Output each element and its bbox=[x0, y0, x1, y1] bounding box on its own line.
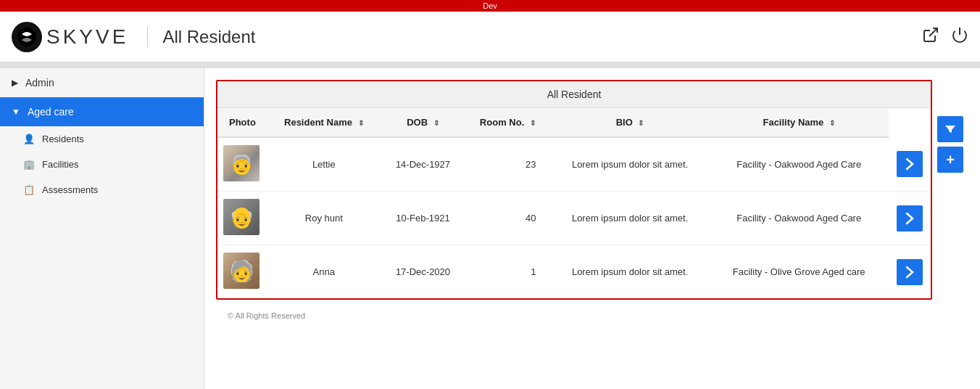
header-left: SKYVE All Resident bbox=[12, 22, 255, 52]
filter-button[interactable] bbox=[937, 116, 963, 142]
cell-photo bbox=[217, 137, 267, 192]
chevron-right-row-icon bbox=[905, 157, 914, 171]
resident-photo bbox=[223, 253, 259, 289]
cell-facility-name: Facility - Oakwood Aged Care bbox=[710, 192, 889, 245]
skyve-logo-svg bbox=[17, 27, 37, 47]
cell-resident-name: Anna bbox=[267, 245, 381, 299]
chevron-right-icon: ▶ bbox=[12, 78, 18, 88]
table-row: Anna 17-Dec-2020 1 Lorem ipsum dolor sit… bbox=[217, 245, 931, 299]
sidebar-item-aged-care[interactable]: ▼ Aged care bbox=[0, 97, 204, 126]
sidebar-item-admin-label: Admin bbox=[25, 77, 54, 89]
scrollbar-area[interactable] bbox=[0, 62, 980, 68]
table-row: Lettie 14-Dec-1927 23 Lorem ipsum dolor … bbox=[217, 137, 931, 192]
logo-text: SKYVE bbox=[46, 25, 128, 49]
logo-icon bbox=[12, 22, 42, 52]
clipboard-icon: 📋 bbox=[23, 184, 35, 195]
page-title: All Resident bbox=[147, 27, 255, 47]
resident-photo bbox=[223, 145, 259, 181]
cell-photo bbox=[217, 192, 267, 245]
cell-facility-name: Facility - Olive Grove Aged care bbox=[710, 245, 889, 299]
cell-bio: Lorem ipsum dolor sit amet. bbox=[550, 137, 709, 192]
sort-icon-resident-name: ⇕ bbox=[358, 119, 364, 127]
footer: © All Rights Reserved bbox=[216, 300, 968, 332]
col-facility-name[interactable]: Facility Name ⇕ bbox=[710, 108, 889, 137]
sidebar-item-admin[interactable]: ▶ Admin bbox=[0, 68, 204, 97]
cell-bio: Lorem ipsum dolor sit amet. bbox=[550, 192, 709, 245]
sort-icon-dob: ⇕ bbox=[433, 119, 439, 127]
cell-navigate[interactable] bbox=[889, 192, 931, 245]
main-layout: ▶ Admin ▼ Aged care 👤 Residents 🏢 Facili… bbox=[0, 68, 980, 389]
cell-room-no: 40 bbox=[465, 192, 550, 245]
person-icon: 👤 bbox=[23, 134, 35, 144]
content-area: All Resident Photo Resident Name ⇕ DOB bbox=[204, 68, 980, 389]
residents-table: Photo Resident Name ⇕ DOB ⇕ bbox=[217, 108, 931, 298]
table-wrapper: All Resident Photo Resident Name ⇕ DOB bbox=[216, 80, 968, 300]
plus-icon: + bbox=[946, 152, 955, 168]
col-dob[interactable]: DOB ⇕ bbox=[381, 108, 465, 137]
right-action-column: + bbox=[932, 80, 968, 179]
dev-bar: Dev bbox=[0, 0, 980, 12]
table-header-row: Photo Resident Name ⇕ DOB ⇕ bbox=[217, 108, 931, 137]
sidebar-item-assessments[interactable]: 📋 Assessments bbox=[0, 177, 204, 202]
sidebar-item-residents-label: Residents bbox=[42, 134, 84, 144]
table-container: All Resident Photo Resident Name ⇕ DOB bbox=[216, 80, 932, 300]
export-icon bbox=[922, 26, 939, 44]
cell-dob: 14-Dec-1927 bbox=[381, 137, 465, 192]
navigate-row-button[interactable] bbox=[897, 151, 923, 177]
add-button[interactable]: + bbox=[937, 147, 963, 173]
header-actions bbox=[922, 26, 968, 48]
cell-navigate[interactable] bbox=[889, 245, 931, 299]
table-row: Roy hunt 10-Feb-1921 40 Lorem ipsum dolo… bbox=[217, 192, 931, 245]
cell-dob: 17-Dec-2020 bbox=[381, 245, 465, 299]
sort-icon-facility-name: ⇕ bbox=[829, 119, 835, 127]
power-button[interactable] bbox=[951, 26, 968, 48]
navigate-row-button[interactable] bbox=[897, 259, 923, 285]
building-icon: 🏢 bbox=[23, 159, 35, 170]
table-section: All Resident Photo Resident Name ⇕ DOB bbox=[216, 80, 932, 300]
sidebar-item-aged-care-label: Aged care bbox=[28, 106, 74, 118]
sort-icon-bio: ⇕ bbox=[638, 119, 644, 127]
logo: SKYVE bbox=[12, 22, 128, 52]
cell-room-no: 1 bbox=[465, 245, 550, 299]
navigate-row-button[interactable] bbox=[897, 205, 923, 232]
col-photo: Photo bbox=[217, 108, 267, 137]
sort-icon-room-no: ⇕ bbox=[530, 119, 536, 127]
sidebar: ▶ Admin ▼ Aged care 👤 Residents 🏢 Facili… bbox=[0, 68, 204, 389]
export-button[interactable] bbox=[922, 26, 939, 48]
cell-resident-name: Lettie bbox=[267, 137, 381, 192]
sidebar-item-facilities-label: Facilities bbox=[42, 159, 79, 170]
col-bio[interactable]: BIO ⇕ bbox=[550, 108, 709, 137]
sidebar-item-facilities[interactable]: 🏢 Facilities bbox=[0, 152, 204, 177]
resident-photo bbox=[223, 199, 259, 235]
chevron-right-row-icon bbox=[905, 212, 914, 225]
col-resident-name[interactable]: Resident Name ⇕ bbox=[267, 108, 381, 137]
cell-dob: 10-Feb-1921 bbox=[381, 192, 465, 245]
filter-icon bbox=[944, 123, 956, 135]
power-icon bbox=[951, 26, 968, 44]
cell-facility-name: Facility - Oakwood Aged Care bbox=[710, 137, 889, 192]
chevron-down-icon: ▼ bbox=[12, 107, 20, 117]
sidebar-item-residents[interactable]: 👤 Residents bbox=[0, 126, 204, 152]
sidebar-item-assessments-label: Assessments bbox=[42, 184, 98, 195]
chevron-right-row-icon bbox=[905, 266, 914, 279]
header: SKYVE All Resident bbox=[0, 12, 980, 62]
cell-photo bbox=[217, 245, 267, 299]
cell-room-no: 23 bbox=[465, 137, 550, 192]
cell-bio: Lorem ipsum dolor sit amet. bbox=[550, 245, 709, 299]
cell-resident-name: Roy hunt bbox=[267, 192, 381, 245]
col-room-no[interactable]: Room No. ⇕ bbox=[465, 108, 550, 137]
svg-point-0 bbox=[17, 28, 36, 46]
cell-navigate[interactable] bbox=[889, 137, 931, 192]
table-title: All Resident bbox=[217, 81, 931, 108]
svg-line-1 bbox=[929, 28, 937, 36]
